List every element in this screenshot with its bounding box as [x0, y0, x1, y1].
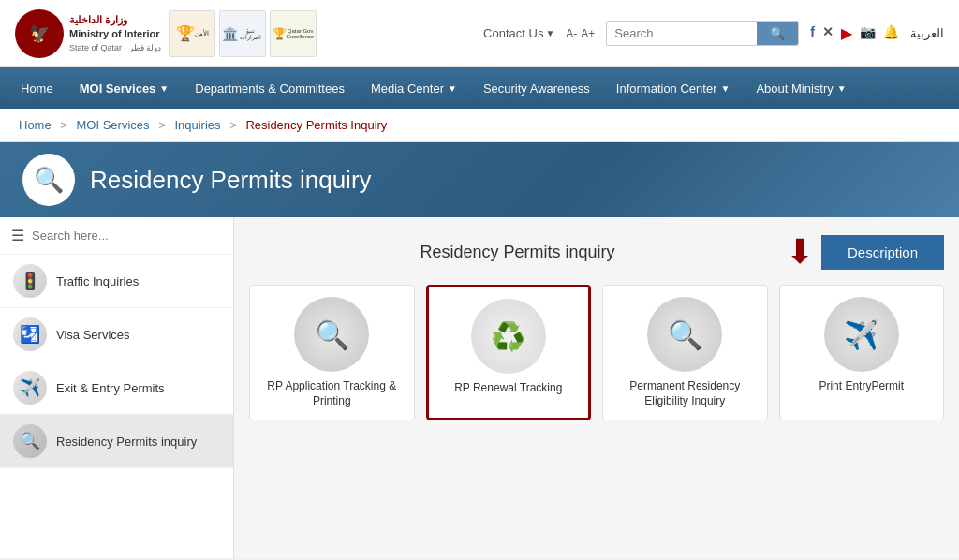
twitter-icon[interactable]: ✕: [822, 24, 834, 42]
page-banner: 🔍 Residency Permits inquiry: [0, 142, 959, 217]
badge-1: 🏆 الأمن: [169, 10, 215, 57]
breadcrumb-moi-services[interactable]: MOI Services: [77, 118, 150, 132]
chevron-down-icon: ▼: [545, 28, 554, 38]
logo-area: 🦅 وزارة الداخلية Ministry of Interior St…: [15, 9, 483, 58]
sidebar-item-traffic[interactable]: 🚦 Traffic Inquiries: [0, 255, 233, 308]
card-icon-print-entry: ✈️: [824, 297, 899, 372]
traffic-light-icon: 🚦: [20, 271, 40, 291]
airplane-icon: ✈️: [20, 377, 40, 398]
sidebar-item-exit-entry[interactable]: ✈️ Exit & Entry Permits: [0, 361, 233, 415]
breadcrumb-separator: >: [158, 118, 166, 132]
header: 🦅 وزارة الداخلية Ministry of Interior St…: [0, 0, 959, 67]
card-rp-renewal[interactable]: ♻️ RP Renewal Tracking: [426, 285, 592, 420]
sidebar-item-label: Residency Permits inquiry: [56, 435, 197, 449]
logo-badges: 🏆 الأمن 🏛️ تنبؤ المزارات 🏆 Qatar Gov Exc…: [169, 10, 317, 57]
facebook-icon[interactable]: f: [810, 24, 815, 42]
arabic-language-button[interactable]: العربية: [910, 26, 944, 40]
breadcrumb-separator: >: [229, 118, 237, 132]
content-area: Residency Permits inquiry ⬇ Description …: [234, 217, 959, 558]
nav-home[interactable]: Home: [7, 67, 66, 109]
card-label: RP Application Tracking & Printing: [261, 379, 403, 408]
sidebar-search-area: ☰: [0, 217, 233, 255]
card-label: RP Renewal Tracking: [454, 381, 562, 396]
chevron-down-icon: ▼: [837, 83, 847, 94]
youtube-icon[interactable]: ▶: [841, 24, 852, 42]
font-controls: A- A+: [566, 27, 595, 40]
nav-about-ministry[interactable]: About Ministry ▼: [743, 67, 859, 109]
permanent-residency-icon: 🔍: [668, 318, 702, 351]
residency-search-icon: 🔍: [20, 431, 40, 451]
card-permanent-residency[interactable]: 🔍 Permanent Residency Eligibility Inquir…: [602, 285, 768, 420]
nav-security-awareness[interactable]: Security Awareness: [470, 67, 603, 109]
description-button[interactable]: Description: [821, 235, 944, 270]
card-print-entry[interactable]: ✈️ Print EntryPermit: [779, 285, 945, 420]
search-button[interactable]: 🔍: [757, 22, 798, 45]
chevron-down-icon: ▼: [159, 83, 169, 94]
contact-us-button[interactable]: Contact Us ▼: [483, 26, 554, 40]
traffic-icon-circle: 🚦: [13, 264, 47, 298]
cards-grid: 🔍 RP Application Tracking & Printing ♻️ …: [249, 285, 944, 420]
breadcrumb: Home > MOI Services > Inquiries > Reside…: [0, 109, 959, 142]
nav-media-center[interactable]: Media Center ▼: [358, 67, 470, 109]
residency-icon: 🔍: [34, 166, 64, 195]
banner-icon: 🔍: [22, 154, 75, 206]
hamburger-icon[interactable]: ☰: [11, 227, 24, 244]
sidebar-item-label: Visa Services: [56, 328, 130, 342]
main-nav: Home MOI Services ▼ Departments & Commit…: [0, 67, 959, 109]
card-icon-permanent: 🔍: [647, 297, 722, 372]
card-rp-application[interactable]: 🔍 RP Application Tracking & Printing: [249, 285, 415, 420]
content-header-row: Residency Permits inquiry ⬇ Description: [249, 232, 944, 272]
breadcrumb-inquiries[interactable]: Inquiries: [174, 118, 220, 132]
sidebar-search-input[interactable]: [32, 228, 222, 243]
sidebar-item-label: Exit & Entry Permits: [56, 381, 165, 395]
badge-3: 🏆 Qatar Gov Excellence: [270, 10, 317, 57]
magnify-docs-icon: 🔍: [315, 318, 349, 351]
card-label: Permanent Residency Eligibility Inquiry: [614, 379, 756, 408]
card-label: Print EntryPermit: [819, 379, 904, 394]
nav-moi-services[interactable]: MOI Services ▼: [66, 67, 183, 109]
instagram-icon[interactable]: 📷: [860, 24, 876, 42]
notification-icon[interactable]: 🔔: [883, 24, 899, 42]
breadcrumb-home[interactable]: Home: [19, 118, 52, 132]
page-title: Residency Permits inquiry: [90, 166, 372, 195]
sidebar-item-label: Traffic Inquiries: [56, 274, 139, 288]
social-icons: f ✕ ▶ 📷 🔔: [810, 24, 899, 42]
breadcrumb-separator: >: [60, 118, 67, 132]
badge-2: 🏛️ تنبؤ المزارات: [219, 10, 266, 57]
content-section-title: Residency Permits inquiry: [249, 243, 786, 262]
main-content: ☰ 🚦 Traffic Inquiries 🛂 Visa Services ✈️…: [0, 217, 959, 558]
search-input[interactable]: [607, 22, 757, 44]
header-right: Contact Us ▼ A- A+ 🔍 f ✕ ▶ 📷 🔔 العربية: [483, 21, 944, 46]
breadcrumb-current: Residency Permits Inquiry: [245, 118, 387, 132]
search-box: 🔍: [606, 21, 799, 46]
nav-departments[interactable]: Departments & Committees: [182, 67, 358, 109]
logo-text: وزارة الداخلية Ministry of Interior Stat…: [69, 13, 161, 53]
arrow-down-icon: ⬇: [786, 232, 814, 272]
visa-icon: 🛂: [20, 324, 40, 345]
sidebar-item-visa[interactable]: 🛂 Visa Services: [0, 308, 233, 361]
residency-icon-circle: 🔍: [13, 424, 47, 458]
logo-moi: 🦅 وزارة الداخلية Ministry of Interior St…: [15, 9, 161, 58]
card-icon-rp-renewal: ♻️: [471, 299, 546, 374]
visa-icon-circle: 🛂: [13, 317, 47, 351]
chevron-down-icon: ▼: [448, 83, 457, 94]
font-decrease-button[interactable]: A-: [566, 27, 577, 40]
exit-entry-icon-circle: ✈️: [13, 371, 47, 405]
renewal-icon: ♻️: [491, 320, 525, 353]
sidebar: ☰ 🚦 Traffic Inquiries 🛂 Visa Services ✈️…: [0, 217, 234, 558]
font-increase-button[interactable]: A+: [581, 27, 595, 40]
sidebar-item-residency[interactable]: 🔍 Residency Permits inquiry: [0, 415, 233, 468]
chevron-down-icon: ▼: [720, 83, 730, 94]
nav-information-center[interactable]: Information Center ▼: [603, 67, 744, 109]
print-entry-icon: ✈️: [844, 318, 878, 351]
search-icon: 🔍: [770, 26, 785, 40]
card-icon-rp-application: 🔍: [294, 297, 369, 372]
